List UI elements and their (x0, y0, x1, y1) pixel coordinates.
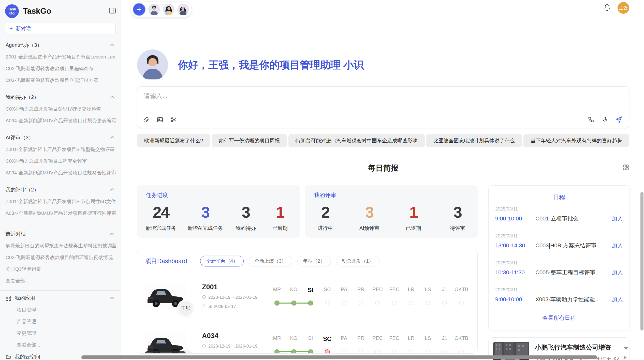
milestone-dot[interactable] (274, 349, 280, 354)
milestone-dot[interactable] (359, 350, 363, 354)
task-item[interactable]: Z001-全新燃油轻卡产品开发项目SI造型提交物评审 (5, 144, 116, 155)
horizontal-scrollbar[interactable] (81, 355, 597, 359)
join-link[interactable]: 加入 (612, 296, 623, 303)
mic-icon[interactable] (602, 116, 608, 124)
image-icon[interactable] (157, 116, 163, 124)
suggestion-chip[interactable]: 特朗普可能对进口汽车增税会对中国车企造成哪些影响 (288, 134, 425, 147)
project-image: 王强 (145, 331, 186, 354)
milestone-dot[interactable] (325, 349, 330, 354)
milestone-dot[interactable] (375, 301, 380, 305)
project-code: A034 (202, 332, 262, 340)
app-link-change-mgmt[interactable]: 变更管理 (5, 327, 116, 339)
milestone-dot[interactable] (426, 350, 430, 354)
section-my-review[interactable]: 我的评审（2） (5, 185, 116, 195)
apps-grid-icon (6, 295, 11, 301)
notification-bell-icon[interactable] (603, 4, 611, 12)
schedule-event[interactable]: 2025/03/11 13:00-14:30 C003|H0B-方案冻结评审 加… (495, 228, 623, 255)
join-link[interactable]: 加入 (612, 215, 623, 222)
stat: 3待评审 (446, 203, 469, 232)
milestone-dot[interactable] (359, 301, 363, 305)
app-link-project-mgmt[interactable]: 项目管理 (5, 304, 116, 316)
milestone-dot[interactable] (409, 301, 413, 305)
project-row[interactable]: 王强 Z001 2023-12-19 ~ 2027-01-19 SI-2025-… (145, 277, 470, 315)
milestone-label: PR (353, 335, 369, 342)
suggestion-chip[interactable]: 欧洲新规最近颁布了什么? (137, 134, 210, 147)
milestone-dot[interactable] (442, 301, 447, 305)
chevron-up-icon (110, 96, 114, 100)
task-item[interactable]: C0X4-动力总成开发项目工程变更评审 (5, 155, 116, 167)
task-item[interactable]: A034-全新新能源MUV产品开发项目法规符合性评审 (5, 167, 116, 179)
milestone-dot[interactable] (308, 301, 313, 306)
member-avatar[interactable] (148, 4, 160, 15)
join-link[interactable]: 加入 (612, 269, 623, 276)
chat-input[interactable]: 请输入... (137, 86, 629, 128)
milestone-dot[interactable] (459, 350, 464, 354)
section-my-todo[interactable]: 我的待办（2） (5, 92, 116, 102)
schedule-event[interactable]: 2025/03/11 9:00-10:00 X003-车辆动力学性能验... 加… (495, 282, 623, 309)
member-avatar[interactable] (163, 4, 174, 15)
task-item[interactable]: C02-飞腾新能源轻客改款项目立项汇报方案 (5, 74, 116, 86)
task-item[interactable]: C0X4-动力总成开发项目SI里程碑提交物检查 (5, 103, 116, 115)
milestone-dot[interactable] (291, 349, 296, 354)
stat: 3新增AI完成任务 (188, 203, 223, 232)
task-item[interactable]: A034-全新新能源MUV产品开发项目造型可行性评审 (5, 207, 116, 219)
schedule-event[interactable]: 2025/03/11 9:00-10:00 C001-立项审批会 加入 (495, 201, 623, 228)
send-icon[interactable] (615, 116, 622, 124)
filter-chip[interactable]: 全新上装（3） (249, 256, 292, 266)
milestone-dot[interactable] (459, 301, 464, 305)
filter-chip[interactable]: 年型（2） (297, 256, 331, 266)
milestone-dot[interactable] (291, 301, 296, 306)
member-avatar[interactable] (177, 4, 189, 15)
section-recent-chats[interactable]: 最近对话 (5, 229, 116, 239)
milestone-dot[interactable] (274, 301, 280, 306)
collapse-sidebar-icon[interactable] (109, 8, 116, 14)
recent-chat-item[interactable]: C02-飞腾新能源轻客改款项目的闭环通告反馈情况 (5, 252, 116, 263)
vertical-scrollbar[interactable] (640, 192, 643, 331)
add-member-button[interactable]: + (133, 3, 145, 16)
project-dashboard-card: 项目Dashboard 全新平台（4） 全新上装（3） 年型（2） 动总开发（1… (137, 249, 478, 354)
recent-chat-item[interactable]: 公司Q3轻卡销量 (5, 263, 116, 275)
milestone-dot[interactable] (375, 350, 380, 354)
milestone-dot[interactable] (442, 350, 447, 354)
scissors-icon[interactable] (170, 116, 177, 124)
attachment-icon[interactable] (143, 116, 150, 124)
task-item[interactable]: C02-飞腾新能源轻客改款项目里程碑画布 (5, 63, 116, 74)
milestone-dot[interactable] (392, 350, 397, 354)
filter-chip[interactable]: 全新平台（4） (200, 256, 244, 266)
suggestion-chip[interactable]: 当下年轻人对汽车外观有怎样的喜好趋势 (523, 134, 629, 147)
task-item[interactable]: A034-全新新能源MUV产品开发项目计划变更表编写 (5, 115, 116, 127)
project-row[interactable]: 王强 A034 2023-12-19 ~ 2026-01-19 SC-2025-… (145, 326, 470, 354)
view-all-apps[interactable]: 查看全部... (5, 339, 116, 351)
filter-chip[interactable]: 动总开发（1） (336, 256, 379, 266)
logo-line1: Task (8, 7, 16, 11)
scroll-down-arrow[interactable] (624, 347, 628, 350)
section-ai-review[interactable]: AI评审（3） (5, 133, 116, 143)
milestone-dot[interactable] (342, 301, 346, 305)
milestone-label: OKTB (453, 287, 470, 294)
view-all-schedule-link[interactable]: 查看所有日程 (495, 309, 623, 327)
new-chat-button[interactable]: + 新对话 (5, 23, 116, 34)
milestone-dot[interactable] (342, 350, 346, 354)
layout-grid-icon[interactable] (623, 164, 629, 172)
sidebar-item-my-apps[interactable]: 我的应用 (5, 292, 116, 304)
app-link-product-mgmt[interactable]: 产品管理 (5, 316, 116, 327)
recent-chat-item[interactable]: 解释最新出台的欧盟报废车法规再生塑料比例被调至15%... (5, 240, 116, 252)
dashboard-title: 项目Dashboard (145, 257, 187, 265)
milestone-dot[interactable] (426, 301, 430, 305)
milestone-dot[interactable] (325, 301, 330, 305)
scroll-right-arrow[interactable] (624, 355, 627, 359)
input-tools-left (143, 116, 177, 124)
task-item[interactable]: Z001-全新燃油轻卡产品开发项目SI节点属性5D文件评审 (5, 196, 116, 207)
phone-icon[interactable] (588, 116, 594, 124)
task-item[interactable]: Z001-全新燃油皮卡产品开发项目SI节点Lesson Learn报告 (5, 51, 116, 63)
suggestion-chip[interactable]: 如何写一份清晰的项目周报 (212, 134, 287, 147)
join-link[interactable]: 加入 (612, 242, 623, 249)
schedule-event[interactable]: 2025/03/11 10:30-11:30 C005-整车工程目标评审 加入 (495, 255, 623, 282)
user-avatar[interactable]: 王强 (618, 2, 629, 14)
milestone-dot[interactable] (308, 349, 313, 354)
suggestion-chip[interactable]: 比亚迪全固态电池计划具体说了什么 (426, 134, 522, 147)
milestone-dot[interactable] (392, 301, 397, 305)
view-all-chats[interactable]: 查看全部... (5, 275, 116, 287)
milestone-dot[interactable] (409, 350, 413, 354)
section-agent-done[interactable]: Agent已办（3） (5, 40, 116, 50)
